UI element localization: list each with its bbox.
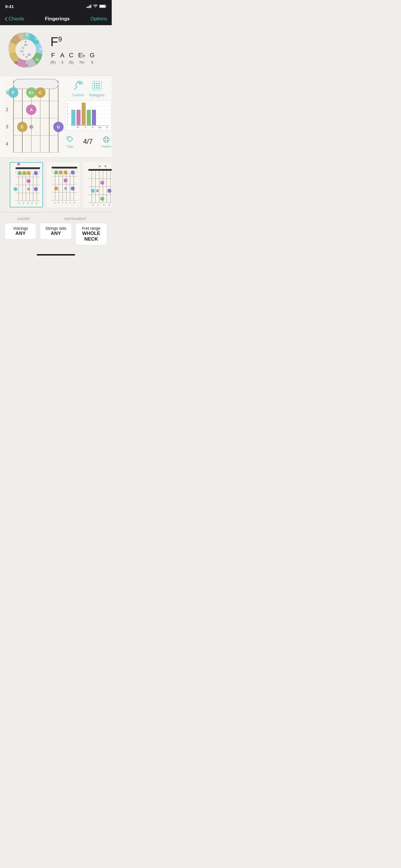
svg-point-26 xyxy=(96,85,97,87)
svg-rect-0 xyxy=(87,7,87,8)
voicings-value: ANY xyxy=(7,230,34,236)
options-bar: CHORD INSTRUMENT Voicings ANY Strings se… xyxy=(0,212,112,250)
svg-point-33 xyxy=(104,138,106,139)
home-indicator xyxy=(0,250,112,259)
voicings-label: Voicings xyxy=(7,226,34,230)
svg-rect-2 xyxy=(89,5,90,8)
chord-section-label: CHORD xyxy=(5,217,43,221)
voicings-button[interactable]: Voicings ANY xyxy=(5,223,36,240)
wifi-icon xyxy=(93,5,98,8)
main-content: 1 F E♭ xyxy=(0,76,112,158)
fingering-2[interactable]: 131214 xyxy=(47,162,80,208)
arpeggios-icon xyxy=(91,79,103,92)
custom-icon xyxy=(72,79,85,92)
note-A: A 3 xyxy=(60,52,64,64)
nav-bar: Chords Fingerings Options xyxy=(0,12,112,25)
note-G: G 9 xyxy=(90,52,94,64)
home-bar xyxy=(37,254,75,255)
status-time: 9:41 xyxy=(5,4,14,9)
status-icons xyxy=(87,5,106,8)
svg-rect-5 xyxy=(100,5,105,7)
instrument-section-label: INSTRUMENT xyxy=(44,217,107,221)
svg-point-35 xyxy=(104,140,106,142)
fingering-1[interactable]: 12324 xyxy=(10,162,43,208)
svg-point-32 xyxy=(103,137,109,143)
note-F: F (R) xyxy=(51,52,56,64)
voicings-col: Voicings ANY xyxy=(5,223,36,245)
tool-buttons: Custom A xyxy=(65,79,111,97)
svg-text:Bb: Bb xyxy=(14,61,18,64)
fret-range-value: WHOLE NECK xyxy=(78,230,104,242)
svg-text:A: A xyxy=(26,63,28,67)
svg-text:F: F xyxy=(26,33,28,37)
chord-notes-table: F (R) A 3 C (5) E♭ 7m G 9 xyxy=(51,52,106,64)
svg-point-31 xyxy=(68,137,69,138)
svg-rect-3 xyxy=(91,5,91,8)
svg-point-22 xyxy=(94,83,95,84)
fingering-3[interactable]: ×× xyxy=(83,162,112,208)
fret-range-label: Fret range xyxy=(78,226,104,230)
palette-button[interactable]: Palette xyxy=(101,135,111,148)
svg-point-30 xyxy=(98,87,100,89)
signal-icon xyxy=(87,5,91,8)
back-button[interactable]: Chords xyxy=(5,16,24,22)
svg-point-23 xyxy=(96,83,97,84)
battery-icon xyxy=(99,5,106,8)
svg-rect-1 xyxy=(88,6,89,8)
back-label: Chords xyxy=(9,16,24,22)
svg-text:C#: C# xyxy=(20,50,24,53)
chord-wheel: E Eb D C# C B Bb F Gb G Ab A Bb xyxy=(6,30,46,70)
fret-range-col: Fret range WHOLE NECK xyxy=(75,223,107,245)
arpeggios-label: Arpeggios xyxy=(89,93,104,97)
svg-point-29 xyxy=(96,87,97,89)
note-Eb: E♭ 7m xyxy=(78,52,85,64)
string-sets-button[interactable]: Strings sets ANY xyxy=(40,223,71,240)
string-sets-label: Strings sets xyxy=(42,226,69,230)
svg-text:G: G xyxy=(39,47,42,51)
palette-label: Palette xyxy=(101,145,111,148)
svg-point-36 xyxy=(106,140,108,142)
svg-text:E: E xyxy=(25,40,27,43)
chord-name: F9 xyxy=(51,35,106,48)
svg-text:Ab: Ab xyxy=(35,58,39,61)
svg-point-28 xyxy=(94,87,95,89)
chord-details: F9 F (R) A 3 C (5) E♭ 7m G 9 xyxy=(51,35,106,64)
tags-button[interactable]: Tags xyxy=(65,135,74,148)
svg-text:C: C xyxy=(23,53,25,56)
page-indicator: 4/7 xyxy=(83,137,93,146)
chevron-left-icon xyxy=(5,17,7,21)
svg-point-34 xyxy=(106,138,108,139)
custom-button[interactable]: Custom xyxy=(72,79,85,97)
custom-label: Custom xyxy=(72,93,84,97)
chord-info: E Eb D C# C B Bb F Gb G Ab A Bb F9 F (R) xyxy=(0,25,112,76)
note-C: C (5) xyxy=(69,52,73,64)
bottom-controls: Tags 4/7 Palette xyxy=(65,134,111,149)
fretboard: 1 F E♭ xyxy=(5,81,60,153)
fretboard-section: 1 F E♭ xyxy=(0,76,63,157)
tag-icon xyxy=(65,135,74,144)
nav-title: Fingerings xyxy=(45,16,70,22)
svg-point-24 xyxy=(98,83,100,84)
status-bar: 9:41 xyxy=(0,0,112,12)
arpeggios-button[interactable]: Arpeggios xyxy=(89,79,104,97)
svg-point-27 xyxy=(98,85,100,87)
svg-text:Bb: Bb xyxy=(28,53,31,56)
palette-icon xyxy=(102,135,111,144)
fingerings-section: 12324 xyxy=(0,158,112,212)
fret-range-button[interactable]: Fret range WHOLE NECK xyxy=(75,223,107,245)
string-sets-col: Strings sets ANY xyxy=(40,223,71,245)
options-button[interactable]: Options xyxy=(90,16,107,22)
options-row: Voicings ANY Strings sets ANY Fret range… xyxy=(5,223,107,245)
svg-text:B: B xyxy=(26,56,28,58)
svg-text:Eb: Eb xyxy=(24,43,27,46)
svg-text:D: D xyxy=(22,46,24,49)
svg-point-25 xyxy=(94,85,95,87)
tags-label: Tags xyxy=(66,145,73,148)
svg-text:Gb: Gb xyxy=(35,37,39,41)
string-sets-value: ANY xyxy=(42,230,69,236)
bar-chart: 6 5 4 3 2 1 0 xyxy=(65,100,111,130)
right-panel: Custom A xyxy=(63,76,112,157)
